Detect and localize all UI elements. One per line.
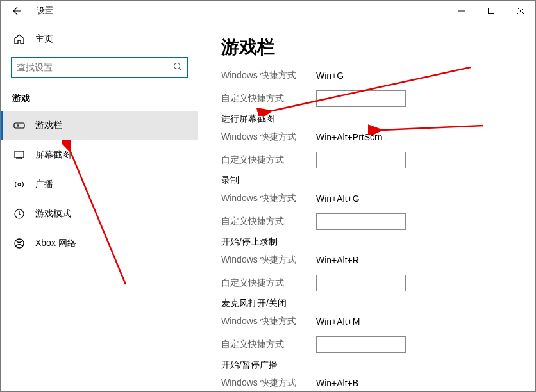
- custom-shortcut-input[interactable]: [316, 90, 406, 107]
- shortcut-value: Win+Alt+R: [316, 255, 359, 265]
- shortcut-value: Win+Alt+PrtScrn: [316, 132, 382, 142]
- custom-shortcut-row: 自定义快捷方式: [221, 336, 520, 353]
- sidebar-item-label: 游戏模式: [35, 208, 71, 220]
- search-input[interactable]: [17, 62, 173, 72]
- xbox-net-icon: [13, 238, 25, 249]
- sidebar-item-game-mode[interactable]: 游戏模式: [1, 199, 198, 229]
- shortcut-group-title: 录制: [221, 175, 520, 186]
- custom-shortcut-input[interactable]: [316, 275, 406, 291]
- sidebar: 主页 游戏 游戏栏屏幕截图广播游戏模式Xbox 网络: [1, 21, 198, 391]
- windows-shortcut-row: Windows 快捷方式Win+Alt+B: [221, 375, 520, 391]
- page-title: 游戏栏: [221, 35, 520, 60]
- sidebar-item-label: 广播: [35, 179, 53, 190]
- close-icon: [517, 8, 524, 14]
- shortcut-label: Windows 快捷方式: [221, 70, 316, 81]
- sidebar-item-label: Xbox 网络: [35, 238, 76, 249]
- shortcut-label: Windows 快捷方式: [221, 193, 316, 204]
- shortcut-label: 自定义快捷方式: [221, 339, 316, 350]
- screenshot-icon: [13, 149, 25, 161]
- home-link[interactable]: 主页: [1, 26, 198, 52]
- svg-rect-8: [17, 158, 22, 159]
- sidebar-item-screenshot[interactable]: 屏幕截图: [1, 140, 198, 170]
- sidebar-item-broadcast[interactable]: 广播: [1, 170, 198, 199]
- shortcut-group-title: 开始/停止录制: [221, 236, 520, 248]
- sidebar-item-xbox-net[interactable]: Xbox 网络: [1, 229, 198, 258]
- svg-point-2: [174, 63, 180, 69]
- search-box[interactable]: [11, 57, 188, 78]
- custom-shortcut-input[interactable]: [316, 336, 406, 353]
- titlebar: 设置: [1, 1, 535, 21]
- settings-window: 设置 主页: [0, 0, 536, 392]
- back-button[interactable]: [1, 1, 31, 21]
- custom-shortcut-input[interactable]: [316, 213, 406, 230]
- svg-rect-7: [15, 151, 24, 158]
- shortcut-label: 自定义快捷方式: [221, 154, 316, 166]
- content-area: 游戏栏 Windows 快捷方式Win+G自定义快捷方式进行屏幕截图Window…: [198, 21, 535, 391]
- svg-line-3: [180, 68, 182, 70]
- shortcut-group-title: 开始/暂停广播: [221, 359, 520, 371]
- svg-point-11: [15, 239, 24, 248]
- game-bar-icon: [13, 120, 25, 131]
- back-arrow-icon: [11, 6, 21, 16]
- game-mode-icon: [13, 208, 25, 220]
- home-label: 主页: [35, 33, 53, 45]
- custom-shortcut-row: 自定义快捷方式: [221, 152, 520, 168]
- maximize-button[interactable]: [476, 1, 506, 21]
- shortcut-value: Win+Alt+M: [316, 316, 360, 327]
- shortcut-label: Windows 快捷方式: [221, 316, 316, 327]
- shortcut-label: Windows 快捷方式: [221, 131, 316, 143]
- shortcut-group-title: 进行屏幕截图: [221, 113, 520, 125]
- window-title: 设置: [37, 5, 53, 17]
- shortcut-label: 自定义快捷方式: [221, 93, 316, 104]
- windows-shortcut-row: Windows 快捷方式Win+G: [221, 67, 520, 84]
- shortcut-label: 自定义快捷方式: [221, 277, 316, 289]
- search-container: [1, 52, 198, 84]
- sidebar-item-game-bar[interactable]: 游戏栏: [1, 111, 198, 140]
- windows-shortcut-row: Windows 快捷方式Win+Alt+R: [221, 252, 520, 268]
- shortcut-label: 自定义快捷方式: [221, 216, 316, 227]
- shortcut-value: Win+Alt+G: [316, 193, 360, 204]
- custom-shortcut-input[interactable]: [316, 152, 406, 168]
- close-button[interactable]: [506, 1, 535, 21]
- windows-shortcut-row: Windows 快捷方式Win+Alt+G: [221, 190, 520, 207]
- home-icon: [13, 33, 25, 45]
- shortcut-value: Win+G: [316, 70, 344, 81]
- shortcut-value: Win+Alt+B: [316, 378, 358, 388]
- window-controls: [447, 1, 535, 21]
- shortcut-groups: Windows 快捷方式Win+G自定义快捷方式进行屏幕截图Windows 快捷…: [221, 67, 520, 391]
- custom-shortcut-row: 自定义快捷方式: [221, 90, 520, 107]
- custom-shortcut-row: 自定义快捷方式: [221, 275, 520, 291]
- body: 主页 游戏 游戏栏屏幕截图广播游戏模式Xbox 网络 游戏栏 Windows 快…: [1, 21, 535, 391]
- svg-point-9: [18, 183, 21, 186]
- shortcut-label: Windows 快捷方式: [221, 377, 316, 389]
- windows-shortcut-row: Windows 快捷方式Win+Alt+M: [221, 313, 520, 330]
- svg-rect-1: [489, 8, 494, 14]
- broadcast-icon: [13, 179, 25, 190]
- section-title: 游戏: [1, 84, 198, 111]
- maximize-icon: [488, 8, 494, 14]
- nav-list: 游戏栏屏幕截图广播游戏模式Xbox 网络: [1, 111, 198, 258]
- minimize-button[interactable]: [447, 1, 476, 21]
- search-icon: [173, 62, 182, 73]
- minimize-icon: [458, 8, 465, 14]
- shortcut-label: Windows 快捷方式: [221, 254, 316, 266]
- windows-shortcut-row: Windows 快捷方式Win+Alt+PrtScrn: [221, 129, 520, 145]
- shortcut-group-title: 麦克风打开/关闭: [221, 298, 520, 309]
- sidebar-item-label: 屏幕截图: [35, 149, 71, 161]
- sidebar-item-label: 游戏栏: [35, 120, 62, 131]
- custom-shortcut-row: 自定义快捷方式: [221, 213, 520, 230]
